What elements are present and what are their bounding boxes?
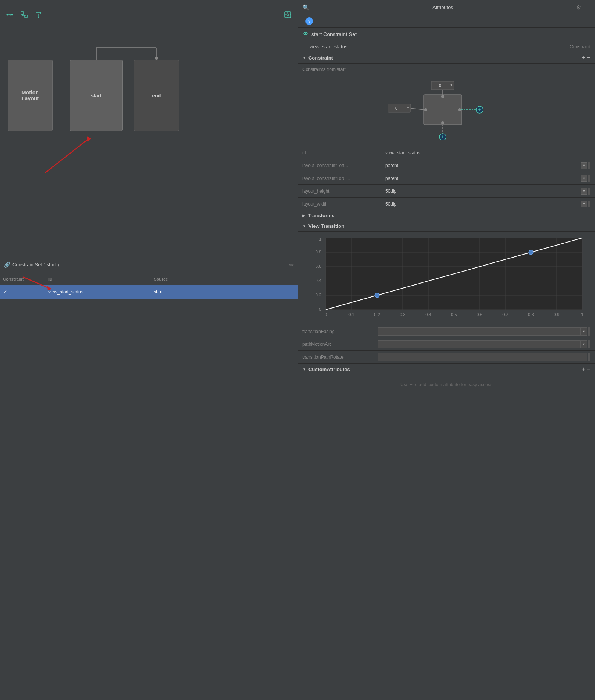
table-header: Constraint ID Source [0, 273, 298, 285]
node-end[interactable]: end [134, 60, 179, 131]
custom-attr-arrow: ▼ [302, 367, 306, 371]
node-start[interactable]: start [70, 60, 123, 131]
svg-text:0.2: 0.2 [316, 293, 321, 297]
prop-row-id: id view_start_status [298, 146, 595, 159]
transition-fields: transitionEasing ▼ pathMotionArc ▼ trans… [298, 325, 595, 364]
section-minus-btn[interactable]: − [587, 54, 590, 61]
svg-rect-27 [388, 104, 411, 112]
section-title-transforms: Transforms [308, 213, 590, 218]
table-cell-id: view_start_status [45, 289, 151, 295]
settings-icon[interactable]: ⚙ [576, 4, 581, 11]
search-icon[interactable]: 🔍 [302, 4, 310, 11]
custom-attr-minus[interactable]: − [587, 366, 590, 373]
left-panel: Motion Layout start end 🔗 ConstraintSet … [0, 0, 298, 700]
view-name: view_start_status [310, 44, 570, 49]
constraint-widget: 0 0 + [298, 74, 595, 146]
prop-name-constraint-left: layout_constraintLeft... [302, 163, 385, 168]
section-header-transforms[interactable]: ▶ Transforms [298, 210, 595, 221]
field-name-arc: pathMotionArc [302, 342, 378, 347]
section-header-view-transition[interactable]: ▼ View Transition [298, 221, 595, 232]
handle-arc[interactable] [588, 340, 590, 348]
section-title-constraint: Constraint [308, 55, 582, 61]
section-header-custom-attr[interactable]: ▼ CustomAttributes + − [298, 364, 595, 375]
col-header-source: Source [151, 277, 298, 281]
handle-layout-height[interactable] [588, 188, 590, 195]
prop-row-layout-width: layout_width 50dip ▼ [298, 198, 595, 210]
add-vertical-icon[interactable] [19, 9, 29, 20]
field-name-rotate: transitionPathRotate [302, 355, 378, 360]
section-title-custom-attr: CustomAttributes [308, 367, 582, 372]
prop-name-constraint-top: layout_constraintTop_... [302, 176, 385, 181]
transition-field-easing: transitionEasing ▼ [298, 325, 595, 338]
custom-attr-section: Use + to add custom attribute for easy a… [298, 375, 595, 391]
svg-text:0.6: 0.6 [316, 264, 321, 269]
constraint-set-panel: 🔗 ConstraintSet ( start ) ✏ Constraint I… [0, 256, 298, 482]
svg-text:0: 0 [439, 83, 441, 88]
svg-point-10 [287, 14, 289, 16]
attr-title: start Constraint Set [311, 31, 590, 37]
section-title-view-transition: View Transition [308, 223, 590, 229]
svg-text:0.4: 0.4 [316, 278, 321, 283]
svg-rect-30 [424, 95, 462, 125]
view-icon: ☐ [302, 44, 307, 49]
prop-value-layout-height: 50dip [385, 189, 579, 194]
handle-constraint-left[interactable] [588, 162, 590, 169]
handle-rotate[interactable] [588, 353, 590, 361]
field-input-arc[interactable] [378, 340, 581, 348]
svg-text:+: + [441, 134, 444, 140]
svg-point-23 [305, 33, 306, 34]
svg-text:0: 0 [319, 307, 321, 312]
prop-name-layout-height: layout_height [302, 189, 385, 194]
section-arrow-down: ▼ [302, 56, 306, 60]
node-motion-layout[interactable]: Motion Layout [8, 60, 53, 131]
attr-header: start Constraint Set [298, 28, 595, 41]
svg-text:0.2: 0.2 [374, 312, 380, 317]
add-horizontal-icon[interactable] [33, 9, 44, 20]
minimize-icon[interactable]: — [585, 4, 590, 11]
node-end-label: end [152, 93, 161, 98]
svg-text:0.1: 0.1 [348, 312, 354, 317]
svg-point-34 [441, 121, 444, 124]
dropdown-arc[interactable]: ▼ [581, 340, 587, 348]
view-type: Constraint [570, 44, 590, 49]
section-header-constraint[interactable]: ▼ Constraint + − [298, 52, 595, 64]
dropdown-constraint-left[interactable]: ▼ [581, 162, 587, 169]
handle-layout-width[interactable] [588, 201, 590, 207]
transition-field-arc: pathMotionArc ▼ [298, 338, 595, 351]
svg-point-79 [529, 250, 533, 255]
field-input-rotate[interactable] [378, 353, 587, 361]
svg-line-19 [45, 139, 89, 173]
attributes-content: start Constraint Set ☐ view_start_status… [298, 28, 595, 700]
constraint-set-icon: 🔗 [4, 262, 10, 268]
field-input-easing[interactable] [378, 327, 581, 336]
field-name-easing: transitionEasing [302, 329, 378, 334]
dropdown-easing[interactable]: ▼ [581, 327, 587, 336]
handle-easing[interactable] [588, 327, 590, 336]
easing-chart: 0 0.2 0.4 0.6 0.8 1 0 0.1 0.2 0.3 0.4 0.… [302, 236, 590, 319]
table-row[interactable]: ✓ view_start_status start [0, 285, 298, 299]
device-icon[interactable] [282, 9, 293, 20]
col-header-constraint: Constraint [0, 277, 45, 281]
svg-line-41 [411, 108, 424, 110]
svg-text:0.5: 0.5 [451, 312, 457, 317]
help-button[interactable]: ? [305, 17, 313, 25]
col-header-id: ID [45, 277, 151, 281]
dropdown-constraint-top[interactable]: ▼ [581, 175, 587, 182]
svg-rect-24 [431, 81, 454, 90]
pencil-icon[interactable]: ✏ [289, 262, 294, 268]
canvas-area: Motion Layout start end [0, 29, 298, 256]
constraint-widget-svg: 0 0 + [386, 80, 507, 140]
dropdown-layout-width[interactable]: ▼ [581, 201, 587, 207]
prop-value-constraint-top: parent [385, 176, 579, 181]
custom-attr-plus[interactable]: + [582, 366, 585, 373]
prop-name-id: id [302, 150, 385, 155]
move-icon[interactable] [5, 9, 15, 20]
section-plus-btn[interactable]: + [582, 54, 585, 61]
view-transition-arrow: ▼ [302, 224, 306, 228]
handle-constraint-top[interactable] [588, 175, 590, 182]
prop-value-id: view_start_status [385, 150, 590, 155]
constraint-widget-inner: 0 0 + [386, 80, 507, 140]
topbar-title: Attributes [313, 5, 572, 10]
svg-point-32 [424, 108, 427, 111]
dropdown-layout-height[interactable]: ▼ [581, 188, 587, 195]
